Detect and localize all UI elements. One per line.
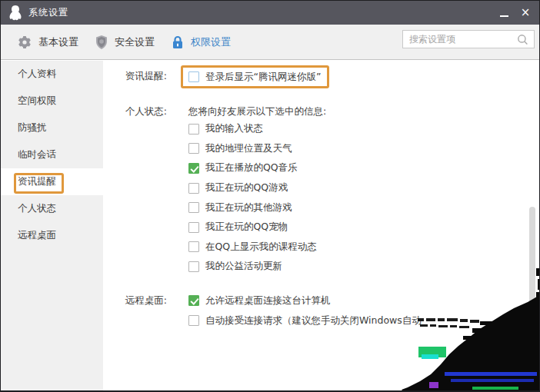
section-label: 个人状态: [103, 104, 167, 119]
search-icon[interactable] [517, 34, 528, 45]
tab-label: 权限设置 [191, 35, 231, 49]
checkbox[interactable] [188, 163, 199, 174]
close-icon: × [521, 7, 531, 18]
checkbox-row[interactable]: 我的输入状态 [188, 119, 326, 139]
checkbox-label: 允许远程桌面连接这台计算机 [205, 294, 331, 307]
minimize-icon [500, 15, 508, 17]
checkbox[interactable] [188, 295, 199, 306]
sidebar-item-label: 空间权限 [18, 95, 56, 108]
tab-bar: 基本设置安全设置权限设置 [1, 25, 539, 60]
annotated-checkbox-row[interactable]: 登录后显示“腾讯网迷你版” [181, 65, 329, 88]
titlebar: 系统设置 × [1, 1, 539, 25]
sidebar: 个人资料空间权限防骚扰临时会话资讯提醒个人状态远程桌面 [1, 61, 103, 390]
checkbox-label: 我正在播放的QQ音乐 [205, 161, 298, 174]
search-box[interactable] [402, 30, 535, 48]
section-label: 资讯提醒: [103, 65, 167, 87]
checkbox[interactable] [188, 143, 199, 154]
sidebar-item[interactable]: 临时会话 [1, 141, 103, 168]
checkbox-row[interactable]: 我正在玩的QQ游戏 [188, 178, 326, 198]
sidebar-item[interactable]: 个人状态 [1, 195, 103, 222]
checkbox-row[interactable]: 我正在播放的QQ音乐 [188, 158, 326, 178]
section-description: 您将向好友展示以下选中的信息: [188, 104, 326, 119]
gear-icon [18, 35, 32, 49]
tab-label: 安全设置 [115, 35, 155, 49]
settings-window: 系统设置 × 基本设置安全设置权限设置 个人资料空间权限防骚扰临时会话资讯提醒个… [0, 0, 540, 392]
shield-icon [95, 35, 108, 49]
checkbox-label: 我正在玩的QQ宠物 [205, 221, 288, 234]
sidebar-item-label: 资讯提醒 [18, 175, 56, 188]
content-panel: 资讯提醒:登录后显示“腾讯网迷你版”个人状态:您将向好友展示以下选中的信息:我的… [103, 61, 539, 390]
checkbox[interactable] [188, 222, 199, 233]
settings-section: 远程桌面:允许远程桌面连接这台计算机自动接受连接请求（建议您手动关闭Window… [103, 291, 422, 331]
section-label: 远程桌面: [103, 291, 167, 311]
tab-1[interactable]: 基本设置 [18, 35, 78, 49]
checkbox[interactable] [188, 124, 199, 135]
checkbox-label: 在QQ上显示我的课程动态 [205, 241, 317, 254]
checkbox-label: 我正在玩的QQ游戏 [205, 181, 288, 194]
checkbox[interactable] [188, 261, 199, 272]
tab-3[interactable]: 权限设置 [172, 35, 231, 49]
qq-logo-icon [8, 5, 22, 21]
search-input[interactable] [403, 34, 514, 45]
sidebar-item[interactable]: 个人资料 [1, 61, 103, 88]
sidebar-item[interactable]: 资讯提醒 [1, 168, 103, 195]
checkbox-label: 登录后显示“腾讯网迷你版” [205, 71, 321, 84]
checkbox-row[interactable]: 我的地理位置及天气 [188, 139, 326, 159]
checkbox[interactable] [188, 202, 199, 213]
sidebar-item[interactable]: 远程桌面 [1, 222, 103, 249]
sidebar-item-label: 个人资料 [18, 68, 56, 81]
settings-section: 个人状态:您将向好友展示以下选中的信息:我的输入状态我的地理位置及天气我正在播放… [103, 104, 326, 277]
checkbox[interactable] [188, 315, 199, 326]
scrollbar-thumb[interactable] [529, 207, 535, 307]
close-button[interactable]: × [515, 1, 536, 25]
minimize-button[interactable] [493, 1, 515, 25]
checkbox-row[interactable]: 我的公益活动更新 [188, 257, 326, 277]
checkbox-label: 自动接受连接请求（建议您手动关闭Windows自动 [205, 314, 422, 327]
sidebar-item[interactable]: 防骚扰 [1, 115, 103, 141]
checkbox[interactable] [188, 71, 199, 82]
sidebar-item-label: 个人状态 [18, 202, 56, 215]
settings-section: 资讯提醒:登录后显示“腾讯网迷你版” [103, 65, 329, 88]
sidebar-item-label: 远程桌面 [18, 229, 56, 242]
checkbox-row[interactable]: 我正在玩的QQ宠物 [188, 218, 326, 238]
checkbox-row[interactable]: 在QQ上显示我的课程动态 [188, 238, 326, 257]
tab-label: 基本设置 [38, 35, 78, 49]
checkbox-label: 我的输入状态 [205, 122, 263, 135]
checkbox-row[interactable]: 我正在玩的其他游戏 [188, 198, 326, 218]
checkbox-label: 我的公益活动更新 [205, 260, 282, 273]
sidebar-item-label: 防骚扰 [18, 121, 47, 135]
sidebar-item[interactable]: 空间权限 [1, 88, 103, 115]
sidebar-item-label: 临时会话 [18, 148, 56, 161]
checkbox[interactable] [188, 183, 199, 194]
tab-2[interactable]: 安全设置 [95, 35, 155, 49]
checkbox-row[interactable]: 自动接受连接请求（建议您手动关闭Windows自动 [188, 311, 422, 331]
checkbox[interactable] [188, 241, 199, 252]
lock-icon [172, 35, 184, 49]
checkbox-label: 我的地理位置及天气 [205, 142, 292, 155]
window-title: 系统设置 [28, 6, 68, 19]
checkbox-label: 我正在玩的其他游戏 [205, 201, 292, 214]
checkbox-row[interactable]: 允许远程桌面连接这台计算机 [188, 291, 422, 311]
